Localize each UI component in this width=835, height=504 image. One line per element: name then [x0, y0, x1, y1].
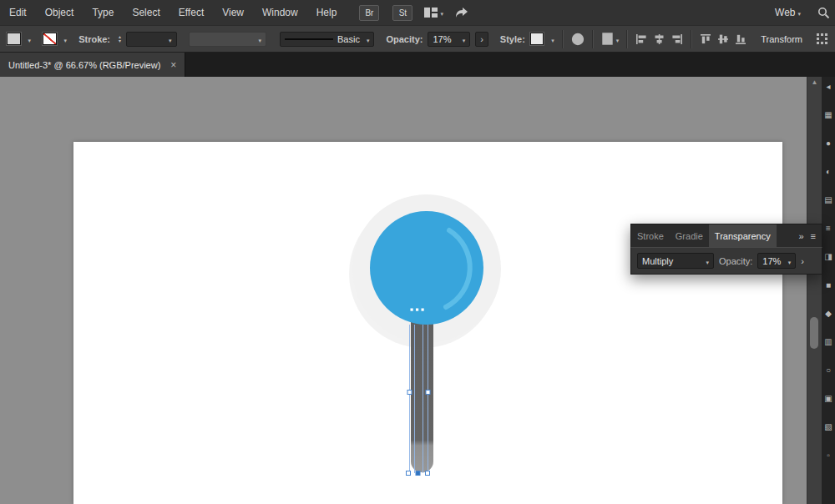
- tab-stroke[interactable]: Stroke: [631, 224, 670, 247]
- chevron-down-icon: [64, 34, 68, 44]
- stroke-none-swatch[interactable]: [43, 33, 57, 45]
- panel-opacity-field[interactable]: 17%: [757, 253, 796, 269]
- divider: [592, 30, 594, 48]
- align-right-icon[interactable]: [671, 33, 683, 45]
- menu-view[interactable]: View: [213, 7, 253, 18]
- menu-object[interactable]: Object: [36, 7, 84, 18]
- panel-dock-icon[interactable]: [826, 224, 831, 234]
- chevron-down-icon: [788, 256, 792, 266]
- menu-window[interactable]: Window: [253, 7, 307, 18]
- brush-definition-select[interactable]: [189, 32, 266, 47]
- document-title: Untitled-3* @ 66.67% (RGB/Preview): [8, 60, 160, 70]
- share-icon[interactable]: [455, 7, 468, 18]
- opacity-value: 17%: [433, 34, 451, 44]
- menu-type[interactable]: Type: [83, 7, 123, 18]
- panel-dock-icon[interactable]: [826, 167, 831, 177]
- scroll-up-icon[interactable]: ▲: [807, 78, 822, 86]
- transparency-panel: Stroke Gradie Transparency » ≡ Multiply …: [630, 224, 822, 275]
- panel-dock-icon[interactable]: [825, 309, 832, 319]
- chevron-down-icon: [706, 256, 709, 266]
- panel-opacity-label: Opacity:: [719, 256, 752, 266]
- stroke-weight-select[interactable]: [126, 32, 177, 47]
- panel-opacity-value: 17%: [762, 256, 781, 266]
- close-icon[interactable]: ×: [170, 59, 176, 71]
- blend-mode-select[interactable]: Multiply: [637, 253, 714, 269]
- panel-dock-icon[interactable]: [826, 280, 831, 290]
- transform-label[interactable]: Transform: [761, 34, 802, 44]
- stroke-preview-line: [285, 38, 333, 40]
- document-tab[interactable]: Untitled-3* @ 66.67% (RGB/Preview) ×: [0, 53, 185, 77]
- divider: [626, 30, 628, 48]
- divider: [562, 30, 564, 48]
- panel-dock-icon[interactable]: [824, 337, 832, 347]
- panel-more-arrow[interactable]: ›: [801, 256, 804, 266]
- align-bottom-icon[interactable]: [735, 33, 747, 45]
- panel-dock-icon[interactable]: [824, 110, 832, 120]
- bridge-icon[interactable]: Br: [359, 5, 379, 21]
- search-icon[interactable]: [817, 7, 830, 19]
- arrange-documents-icon[interactable]: [424, 7, 443, 18]
- panel-dock: [822, 77, 835, 504]
- align-left-icon[interactable]: [635, 33, 648, 45]
- stroke-weight-stepper[interactable]: ▴▾: [119, 35, 121, 43]
- control-bar: Stroke: ▴▾ Basic Opacity: 17% › Style:: [0, 25, 835, 53]
- graphic-style-swatch[interactable]: [530, 33, 544, 45]
- panel-dock-icon[interactable]: [824, 252, 832, 262]
- panel-dock-icon[interactable]: [826, 365, 831, 375]
- stroke-style-label: Basic: [337, 34, 360, 44]
- chevron-down-icon: [259, 34, 262, 44]
- tab-transparency[interactable]: Transparency: [709, 224, 777, 247]
- chevron-down-icon: [169, 34, 172, 44]
- menu-help[interactable]: Help: [307, 7, 347, 18]
- workspace-switcher[interactable]: Web: [770, 5, 806, 20]
- panel-dock-icon[interactable]: [824, 195, 832, 205]
- align-top-icon[interactable]: [700, 33, 712, 45]
- chevron-down-icon: [616, 34, 620, 44]
- panel-dock-icon[interactable]: [824, 394, 832, 404]
- panel-expand-icon[interactable]: »: [798, 231, 803, 241]
- chevron-down-icon: [367, 34, 370, 44]
- stroke-label: Stroke:: [78, 34, 110, 44]
- opacity-label: Opacity:: [386, 34, 423, 44]
- menu-edit[interactable]: Edit: [0, 7, 36, 18]
- chevron-down-icon: [440, 7, 443, 18]
- chevron-down-icon: [463, 34, 466, 44]
- align-center-horizontal-icon[interactable]: [653, 33, 665, 45]
- scrollbar-thumb[interactable]: [810, 317, 818, 349]
- vertical-scrollbar[interactable]: ▲: [807, 77, 822, 504]
- blend-mode-value: Multiply: [642, 256, 673, 266]
- panel-dock-icon[interactable]: [826, 82, 830, 92]
- stroke-style-select[interactable]: Basic: [280, 32, 374, 47]
- align-center-vertical-icon[interactable]: [717, 33, 730, 45]
- illustrator-window: Edit Object Type Select Effect View Wind…: [0, 0, 835, 504]
- menu-select[interactable]: Select: [123, 7, 169, 18]
- document-tab-bar: Untitled-3* @ 66.67% (RGB/Preview) ×: [0, 53, 835, 77]
- opacity-more-button[interactable]: ›: [475, 32, 488, 47]
- fill-swatch[interactable]: [7, 33, 21, 45]
- recolor-artwork-icon[interactable]: [571, 33, 584, 46]
- artboard[interactable]: [73, 142, 782, 504]
- menu-effect[interactable]: Effect: [170, 7, 213, 18]
- menu-bar: Edit Object Type Select Effect View Wind…: [0, 0, 835, 25]
- transform-options-icon[interactable]: [816, 33, 828, 45]
- stock-icon[interactable]: St: [392, 5, 412, 21]
- divider: [691, 30, 692, 48]
- transparency-panel-header: Stroke Gradie Transparency » ≡: [630, 224, 822, 247]
- transparency-panel-body: Multiply Opacity: 17% ›: [630, 247, 822, 275]
- chevron-down-icon: [797, 7, 801, 18]
- tab-gradient[interactable]: Gradie: [670, 224, 709, 247]
- panel-dock-icon[interactable]: [826, 139, 831, 149]
- panel-dock-icon[interactable]: [827, 451, 830, 461]
- canvas-area[interactable]: ▲ Stroke Gradie Transparency: [0, 77, 835, 504]
- chevron-down-icon: [551, 34, 554, 44]
- workspace-label: Web: [775, 7, 795, 18]
- panel-dock-icon[interactable]: [824, 422, 832, 432]
- document-setup-icon[interactable]: [601, 33, 620, 45]
- chevron-down-icon: [28, 34, 32, 44]
- opacity-field[interactable]: 17%: [428, 32, 470, 47]
- panel-menu-icon[interactable]: ≡: [811, 231, 816, 241]
- style-label: Style:: [500, 34, 525, 44]
